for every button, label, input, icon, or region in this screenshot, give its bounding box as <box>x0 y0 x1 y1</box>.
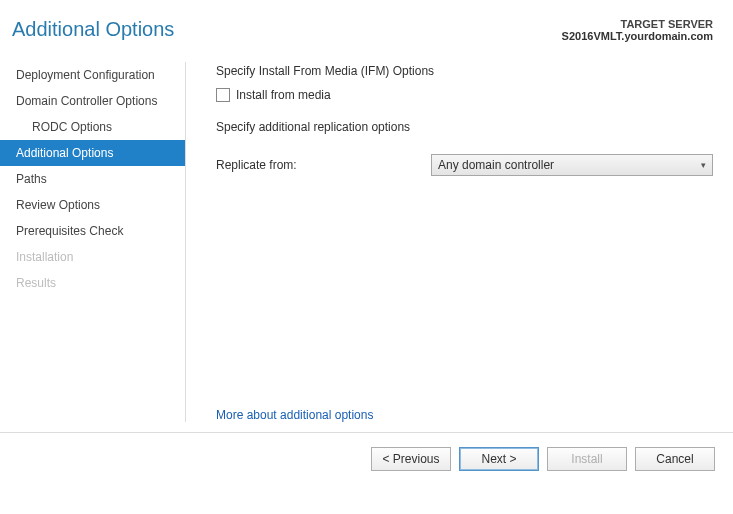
target-server-label: TARGET SERVER <box>562 18 713 30</box>
cancel-button[interactable]: Cancel <box>635 447 715 471</box>
sidebar-item-review-options[interactable]: Review Options <box>0 192 185 218</box>
more-about-link[interactable]: More about additional options <box>216 408 713 422</box>
install-from-media-checkbox[interactable] <box>216 88 230 102</box>
target-server-block: TARGET SERVER S2016VMLT.yourdomain.com <box>562 18 713 42</box>
sidebar-item-prerequisites-check[interactable]: Prerequisites Check <box>0 218 185 244</box>
sidebar-item-results: Results <box>0 270 185 296</box>
page-title: Additional Options <box>10 18 174 41</box>
replicate-from-value: Any domain controller <box>438 158 554 172</box>
replication-heading: Specify additional replication options <box>216 120 713 134</box>
replicate-from-dropdown[interactable]: Any domain controller ▾ <box>431 154 713 176</box>
next-button[interactable]: Next > <box>459 447 539 471</box>
install-button: Install <box>547 447 627 471</box>
wizard-sidebar: Deployment Configuration Domain Controll… <box>0 52 185 432</box>
main-panel: Specify Install From Media (IFM) Options… <box>186 52 733 432</box>
sidebar-item-domain-controller-options[interactable]: Domain Controller Options <box>0 88 185 114</box>
install-from-media-label: Install from media <box>236 88 331 102</box>
chevron-down-icon: ▾ <box>701 160 706 170</box>
previous-button[interactable]: < Previous <box>371 447 451 471</box>
install-from-media-row[interactable]: Install from media <box>216 88 713 102</box>
ifm-heading: Specify Install From Media (IFM) Options <box>216 64 713 78</box>
sidebar-item-rodc-options[interactable]: RODC Options <box>0 114 185 140</box>
wizard-footer: < Previous Next > Install Cancel <box>0 432 733 485</box>
sidebar-item-additional-options[interactable]: Additional Options <box>0 140 185 166</box>
sidebar-item-paths[interactable]: Paths <box>0 166 185 192</box>
target-server-name: S2016VMLT.yourdomain.com <box>562 30 713 42</box>
sidebar-item-installation: Installation <box>0 244 185 270</box>
replicate-from-label: Replicate from: <box>216 158 411 172</box>
sidebar-item-deployment-configuration[interactable]: Deployment Configuration <box>0 62 185 88</box>
